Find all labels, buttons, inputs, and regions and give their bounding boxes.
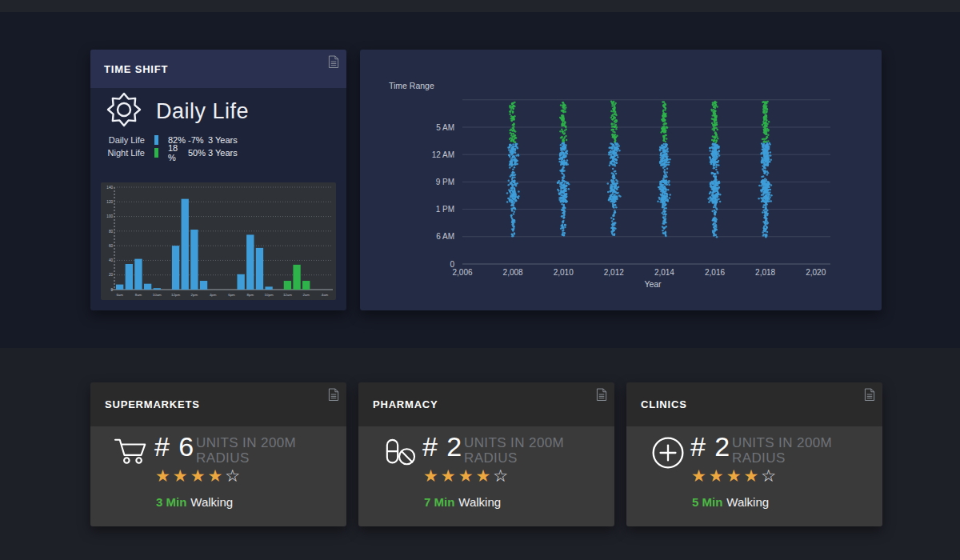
star-rating[interactable]: ★★★★☆: [155, 466, 242, 486]
document-icon[interactable]: [863, 388, 876, 404]
svg-text:12 AM: 12 AM: [432, 150, 454, 159]
time-shift-legend: Daily Life 82% -7% 3 Years Night Life 18…: [90, 134, 346, 159]
poi-card-header: PHARMACY: [358, 382, 614, 426]
poi-card-header: SUPERMARKETS: [90, 382, 346, 426]
star-rating[interactable]: ★★★★☆: [423, 466, 510, 486]
svg-text:2,016: 2,016: [705, 268, 725, 277]
histogram-bar: [116, 285, 123, 290]
units-caption-line2: RADIUS: [464, 450, 518, 466]
histogram-bar: [200, 281, 207, 290]
walking-minutes: 5 Min: [692, 495, 722, 509]
stars-filled: ★★★★: [691, 466, 761, 485]
legend-change-value: -7%: [188, 135, 208, 145]
dashboard-page: TIME SHIFT Daily Life Daily Life 8: [0, 0, 960, 560]
poi-card-title: PHARMACY: [373, 398, 438, 410]
svg-text:2am: 2am: [302, 293, 310, 297]
units-caption-line2: RADIUS: [196, 450, 250, 466]
svg-text:10am: 10am: [153, 293, 162, 297]
svg-text:2,008: 2,008: [503, 268, 523, 277]
svg-text:5 AM: 5 AM: [436, 123, 454, 132]
units-count: # 2: [422, 431, 462, 462]
svg-text:2,006: 2,006: [452, 268, 472, 277]
svg-text:60: 60: [109, 244, 114, 248]
star-empty: ☆: [761, 466, 778, 485]
walking-suffix: Walking: [726, 495, 769, 509]
svg-text:2,020: 2,020: [806, 268, 826, 277]
gear-icon: [106, 92, 142, 130]
time-shift-card: TIME SHIFT Daily Life Daily Life 8: [90, 50, 346, 310]
walking-suffix: Walking: [458, 495, 501, 509]
legend-color-chip-blue: [154, 135, 158, 145]
svg-text:2,012: 2,012: [604, 268, 624, 277]
star-empty: ☆: [225, 466, 242, 485]
legend-row-daily-life: Daily Life 82% -7% 3 Years: [90, 134, 346, 146]
units-count: # 2: [690, 431, 730, 462]
svg-text:4pm: 4pm: [210, 293, 217, 297]
svg-text:6am: 6am: [116, 293, 123, 297]
histogram-bar: [126, 264, 133, 290]
poi-card-header: CLINICS: [626, 382, 882, 426]
histogram-bar: [144, 284, 151, 290]
histogram-bar: [172, 246, 179, 290]
legend-color-chip-green: [154, 148, 158, 158]
document-icon[interactable]: [327, 388, 340, 404]
units-count: # 6: [154, 431, 194, 462]
units-caption: UNITS IN 200M RADIUS: [196, 435, 296, 466]
svg-text:100: 100: [106, 214, 113, 218]
poi-card-supermarkets: SUPERMARKETS # 6 UNITS IN 200M RADIUS ★★: [90, 382, 346, 526]
units-caption-line1: UNITS IN 200M: [196, 435, 296, 450]
legend-period-value: 3 Years: [208, 135, 238, 145]
document-icon[interactable]: [327, 55, 340, 71]
time-range-scatter-card: 5 AM12 AM9 PM1 PM6 AM02,0062,0082,0102,0…: [360, 50, 882, 310]
poi-card-body: # 2 UNITS IN 200M RADIUS ★★★★☆ 5 MinWalk…: [626, 426, 882, 526]
svg-text:8am: 8am: [135, 293, 142, 297]
histogram-bar: [237, 274, 244, 290]
time-range-scatter-plot: 5 AM12 AM9 PM1 PM6 AM02,0062,0082,0102,0…: [360, 50, 882, 310]
svg-text:10pm: 10pm: [265, 293, 274, 297]
histogram-bar: [134, 259, 142, 290]
time-shift-title: TIME SHIFT: [104, 63, 168, 75]
histogram-bar: [284, 281, 291, 290]
page-title: Daily Life: [156, 99, 249, 124]
legend-period-value: 3 Years: [208, 148, 238, 158]
legend-label: Night Life: [90, 148, 145, 158]
poi-card-title: CLINICS: [641, 398, 687, 410]
units-caption: UNITS IN 200M RADIUS: [732, 435, 832, 466]
histogram-bar: [302, 281, 310, 290]
svg-text:20: 20: [109, 273, 114, 277]
legend-change-value: 50%: [188, 148, 208, 158]
stars-filled: ★★★★: [155, 466, 225, 485]
svg-text:6pm: 6pm: [228, 293, 235, 297]
svg-text:9 PM: 9 PM: [436, 178, 454, 186]
star-empty: ☆: [493, 466, 510, 485]
histogram-bar: [256, 248, 263, 290]
svg-text:12am: 12am: [283, 293, 292, 297]
legend-row-night-life: Night Life 18 % 50% 3 Years: [90, 146, 346, 159]
time-shift-card-header: TIME SHIFT: [90, 50, 346, 88]
svg-text:1 PM: 1 PM: [436, 205, 454, 214]
poi-card-body: # 6 UNITS IN 200M RADIUS ★★★★☆ 3 MinWalk…: [90, 426, 346, 526]
units-caption-line1: UNITS IN 200M: [732, 435, 832, 450]
units-caption-line1: UNITS IN 200M: [464, 435, 564, 450]
document-icon[interactable]: [595, 388, 608, 404]
star-rating[interactable]: ★★★★☆: [691, 466, 778, 486]
svg-text:Year: Year: [644, 279, 662, 289]
poi-card-body: # 2 UNITS IN 200M RADIUS ★★★★☆ 7 MinWalk…: [358, 426, 614, 526]
svg-text:140: 140: [106, 186, 113, 190]
walking-time: 7 MinWalking: [424, 495, 501, 509]
legend-share-value: 18 %: [168, 143, 188, 162]
walking-time: 5 MinWalking: [692, 495, 769, 509]
svg-text:0: 0: [450, 260, 454, 269]
daily-activity-histogram: 0204060801001201406am8am10am12pm2pm4pm6p…: [101, 182, 336, 300]
pills-icon: [378, 431, 422, 474]
svg-text:4am: 4am: [322, 293, 329, 297]
svg-text:8pm: 8pm: [247, 293, 254, 297]
svg-text:80: 80: [109, 230, 114, 234]
svg-text:6 AM: 6 AM: [436, 232, 454, 241]
clinic-cross-icon: [646, 431, 690, 474]
time-shift-hero: Daily Life: [106, 91, 249, 131]
poi-card-clinics: CLINICS # 2 UNITS IN 200M RADIUS: [626, 382, 882, 526]
histogram-bar: [154, 288, 161, 290]
svg-text:Time Range: Time Range: [389, 81, 434, 90]
walking-minutes: 7 Min: [424, 495, 454, 509]
